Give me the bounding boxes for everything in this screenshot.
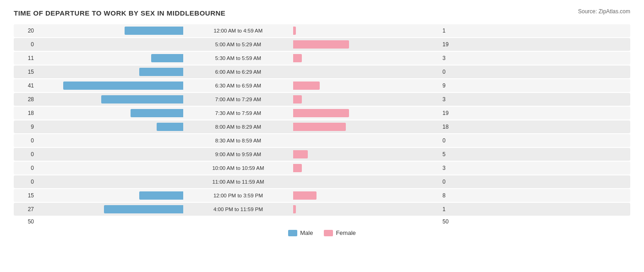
male-value: 27	[14, 206, 37, 212]
table-row: 0 11:00 AM to 11:59 AM 0	[14, 175, 630, 188]
female-bar	[293, 109, 349, 117]
male-bar-area	[37, 82, 183, 90]
female-bar-area	[293, 82, 440, 90]
table-row: 27 4:00 PM to 11:59 PM 1	[14, 203, 630, 216]
male-value: 41	[14, 82, 37, 89]
male-bar-area	[37, 191, 183, 200]
table-row: 9 8:00 AM to 8:29 AM 18	[14, 120, 630, 133]
time-label: 6:30 AM to 6:59 AM	[183, 83, 293, 88]
female-value: 18	[440, 124, 463, 130]
female-bar-area	[293, 123, 440, 131]
male-value: 0	[14, 137, 37, 144]
female-bar-area	[293, 40, 440, 49]
female-value: 3	[440, 165, 463, 171]
male-value: 20	[14, 27, 37, 34]
table-row: 0 10:00 AM to 10:59 AM 3	[14, 162, 630, 174]
female-bar-area	[293, 27, 440, 35]
female-bar	[293, 27, 296, 35]
male-bar	[63, 82, 183, 90]
female-bar-area	[293, 205, 440, 213]
table-row: 15 12:00 PM to 3:59 PM 8	[14, 189, 630, 202]
male-value: 0	[14, 165, 37, 171]
table-row: 28 7:00 AM to 7:29 AM 3	[14, 93, 630, 106]
male-bar-area	[37, 40, 183, 49]
legend-male: Male	[288, 229, 313, 236]
time-label: 7:30 AM to 7:59 AM	[183, 110, 293, 116]
male-bar	[131, 109, 183, 117]
female-bar	[293, 40, 349, 49]
time-label: 12:00 AM to 4:59 AM	[183, 28, 293, 33]
time-label: 6:00 AM to 6:29 AM	[183, 69, 293, 75]
time-label: 11:00 AM to 11:59 AM	[183, 179, 293, 185]
axis-row: 50 50	[14, 218, 630, 225]
female-bar	[293, 95, 302, 103]
male-bar	[139, 191, 183, 200]
female-bar	[293, 82, 320, 90]
female-bar-area	[293, 95, 440, 103]
axis-right-label: 50	[440, 218, 463, 225]
female-value: 0	[440, 179, 463, 185]
table-row: 0 5:00 AM to 5:29 AM 19	[14, 38, 630, 51]
time-label: 8:30 AM to 8:59 AM	[183, 138, 293, 143]
male-value: 28	[14, 96, 37, 103]
chart-area: 20 12:00 AM to 4:59 AM 1 0 5:00 AM to 5:…	[14, 24, 630, 216]
female-value: 1	[440, 206, 463, 212]
male-label: Male	[300, 229, 313, 236]
legend: Male Female	[14, 229, 630, 236]
female-value: 3	[440, 96, 463, 103]
male-bar-area	[37, 164, 183, 172]
male-bar-area	[37, 123, 183, 131]
female-value: 9	[440, 82, 463, 89]
male-bar-area	[37, 109, 183, 117]
male-bar	[151, 54, 183, 62]
female-value: 8	[440, 192, 463, 199]
male-value: 18	[14, 110, 37, 116]
male-bar-area	[37, 150, 183, 158]
male-value: 0	[14, 179, 37, 185]
female-value: 5	[440, 151, 463, 158]
female-value: 1	[440, 27, 463, 34]
table-row: 0 9:00 AM to 9:59 AM 5	[14, 148, 630, 161]
time-label: 4:00 PM to 11:59 PM	[183, 207, 293, 212]
table-row: 20 12:00 AM to 4:59 AM 1	[14, 24, 630, 37]
male-bar-area	[37, 178, 183, 186]
male-value: 9	[14, 124, 37, 130]
male-bar	[139, 68, 183, 76]
female-value: 0	[440, 137, 463, 144]
male-bar-area	[37, 205, 183, 213]
female-bar	[293, 150, 308, 158]
male-bar-area	[37, 136, 183, 145]
male-bar	[157, 123, 183, 131]
time-label: 5:30 AM to 5:59 AM	[183, 55, 293, 61]
male-bar-area	[37, 27, 183, 35]
time-label: 8:00 AM to 8:29 AM	[183, 124, 293, 130]
legend-female: Female	[324, 229, 355, 236]
male-bar	[125, 27, 183, 35]
time-label: 5:00 AM to 5:29 AM	[183, 42, 293, 47]
time-label: 12:00 PM to 3:59 PM	[183, 193, 293, 198]
female-bar-area	[293, 150, 440, 158]
female-value: 0	[440, 69, 463, 75]
female-bar	[293, 191, 317, 200]
time-label: 9:00 AM to 9:59 AM	[183, 152, 293, 157]
table-row: 0 8:30 AM to 8:59 AM 0	[14, 134, 630, 147]
male-value: 15	[14, 69, 37, 75]
female-bar-area	[293, 191, 440, 200]
source-label: Source: ZipAtlas.com	[578, 8, 630, 15]
female-label: Female	[336, 229, 355, 236]
female-bar	[293, 205, 296, 213]
male-value: 11	[14, 55, 37, 61]
female-value: 19	[440, 110, 463, 116]
table-row: 41 6:30 AM to 6:59 AM 9	[14, 79, 630, 92]
female-bar-area	[293, 136, 440, 145]
female-bar	[293, 123, 346, 131]
chart-title: TIME OF DEPARTURE TO WORK BY SEX IN MIDD…	[14, 9, 630, 17]
chart-container: TIME OF DEPARTURE TO WORK BY SEX IN MIDD…	[0, 0, 644, 255]
male-color-box	[288, 230, 297, 236]
female-value: 3	[440, 55, 463, 61]
time-label: 7:00 AM to 7:29 AM	[183, 97, 293, 102]
female-bar-area	[293, 68, 440, 76]
table-row: 11 5:30 AM to 5:59 AM 3	[14, 52, 630, 65]
female-bar-area	[293, 54, 440, 62]
male-value: 0	[14, 151, 37, 158]
